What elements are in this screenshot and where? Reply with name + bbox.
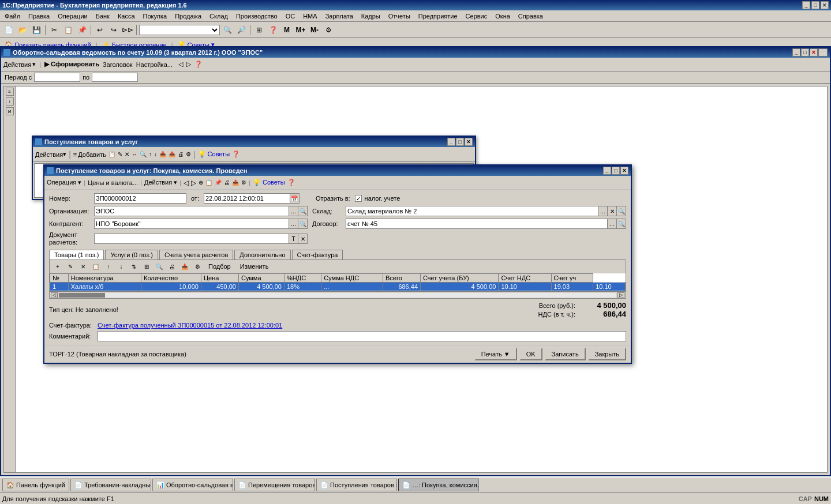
menu-otchety[interactable]: Отчеты [386,12,413,20]
toolbar-grid[interactable]: ⊞ [253,24,265,36]
toolbar-search1[interactable]: 🔍 [221,24,234,36]
zakryt-btn[interactable]: Закрыть [588,348,626,360]
pt-tb-icon3[interactable]: ✕ [125,151,129,157]
toolbar-arrow[interactable]: ⊳⊳ [121,24,134,36]
pt-советы-btn[interactable]: 💡 Советы [198,151,230,158]
toolbar-paste[interactable]: 📌 [76,24,88,36]
comment-input[interactable] [98,331,626,341]
toolbar-save[interactable]: 💾 [30,24,43,36]
osv-nav-icon2[interactable]: ▷ [186,61,191,68]
pt-tb-icon8[interactable]: 📥 [159,151,166,157]
taskbar-peremescheniya-btn[interactable]: 📄 Перемещения товаров [234,479,315,491]
doc-operation-btn[interactable]: Операция ▾ [47,179,81,186]
dogovor-search-btn[interactable]: 🔍 [617,219,626,229]
pt-tb-icon9[interactable]: 📤 [169,151,175,157]
doc-tb-icon3[interactable]: 📌 [215,179,222,186]
pt-tb-icon1[interactable]: 📋 [108,151,115,157]
menu-help[interactable]: Справка [516,12,545,20]
menu-edit[interactable]: Правка [26,12,52,20]
toolbar-combo[interactable] [139,25,220,35]
doc-next-btn[interactable]: ▷ [191,179,196,187]
osv-help-icon[interactable]: ❓ [194,61,203,68]
tab-uslugi[interactable]: Услуги (0 поз.) [105,250,158,259]
pt-list-close[interactable]: ✕ [465,138,473,146]
doc-tb-icon5[interactable]: 📤 [232,179,239,186]
osv-header-btn[interactable]: Заголовок [103,61,133,68]
taskbar-doc-btn[interactable]: 📄 …: Покупка, комиссия. Про... [398,479,479,491]
minimize-button[interactable]: _ [802,1,810,9]
pt-tb-icon11[interactable]: ⚙ [186,151,191,157]
pt-tb-icon2[interactable]: ✎ [118,151,122,157]
osv-form-btn[interactable]: ▶ Сформировать [44,61,99,68]
tbl-sort-btn[interactable]: ⇅ [128,261,140,272]
sfactura-link[interactable]: Счет-фактура полученный ЗП00000015 от 22… [98,322,282,329]
menu-operations[interactable]: Операции [55,12,89,20]
osv-side-btn3[interactable]: И [6,107,14,115]
tbl-edit-btn[interactable]: ✎ [65,261,76,272]
menu-sale[interactable]: Продажа [173,12,204,20]
tbl-delete-btn[interactable]: ✕ [77,261,89,272]
doc-raschetov-clear-btn[interactable]: ✕ [298,234,308,244]
tbl-up-btn[interactable]: ↑ [103,261,114,272]
toolbar-copy[interactable]: 📋 [62,24,74,36]
osv-extra-btn[interactable]: … [818,48,828,57]
scroll-left-btn[interactable]: ◁ [51,292,58,298]
scroll-right-btn[interactable]: ▷ [617,292,624,298]
print-btn[interactable]: Печать ▼ [474,348,517,360]
doc-советы-btn[interactable]: 💡 Советы [253,179,285,186]
doc-price-btn[interactable]: Цены и валюта... [88,179,138,186]
toolbar-redo[interactable]: ↪ [107,24,120,36]
doc-tb-icon1[interactable]: ⊕ [199,179,203,186]
menu-os[interactable]: ОС [283,12,298,20]
toolbar-new[interactable]: 📄 [2,24,15,36]
pt-list-maximize[interactable]: □ [456,138,464,146]
pt-actions-btn[interactable]: Действия ▾ [35,151,66,158]
doc-tb-icon6[interactable]: ⚙ [241,179,246,186]
tab-scheta[interactable]: Счета учета расчетов [159,250,233,259]
doc-tb-icon4[interactable]: 🖨 [224,179,230,186]
sklad-clear-btn[interactable]: ✕ [608,206,617,216]
tbl-change-btn[interactable]: Изменить [236,262,273,271]
pt-tb-icon6[interactable]: ↑ [149,151,152,157]
date-picker-btn[interactable]: 📅 [290,193,300,204]
menu-sklad[interactable]: Склад [207,12,230,20]
tbl-add-btn[interactable]: + [52,261,63,272]
taskbar-postupleniya-btn[interactable]: 📄 Поступления товаров и услуг [316,479,397,491]
doc-raschetov-input[interactable] [94,234,289,244]
toolbar-cut[interactable]: ✂ [48,24,61,36]
osv-minimize[interactable]: _ [792,48,800,57]
doc-maximize[interactable]: □ [612,167,620,175]
tbl-selection-btn[interactable]: Подбор [204,262,235,271]
doc-minimize[interactable]: _ [603,167,611,175]
tbl-group-btn[interactable]: ⊞ [141,261,152,272]
doc-close[interactable]: ✕ [620,167,628,175]
tbl-down-btn[interactable]: ↓ [115,261,127,272]
toolbar-search2[interactable]: 🔎 [235,24,248,36]
toolbar-help[interactable]: ❓ [267,24,279,36]
menu-kassa[interactable]: Касса [115,12,137,20]
table-scroll-area[interactable]: № Номенклатура Количество Цена Сумма %НД… [50,273,626,291]
osv-maximize[interactable]: □ [801,48,809,57]
osv-nav-icon1[interactable]: ◁ [178,61,183,68]
nalog-checkbox[interactable]: ✓ [355,195,362,202]
maximize-button[interactable]: □ [811,1,819,9]
pt-list-minimize[interactable]: _ [447,138,455,146]
menu-kadry[interactable]: Кадры [359,12,383,20]
pt-tb-icon5[interactable]: 🔍 [140,151,147,157]
toolbar-settings[interactable]: ⚙ [322,24,335,36]
table-row[interactable]: 1 Халаты х/б 10,000 450,00 4 500,00 18% … [50,283,626,291]
toolbar-Mplus[interactable]: M+ [294,24,307,36]
sklad-search-btn[interactable]: 🔍 [617,206,626,216]
doc-help-btn[interactable]: ❓ [287,179,295,186]
zapisat-btn[interactable]: Записать [545,348,586,360]
tbl-copy-btn[interactable]: 📋 [90,261,102,272]
contragent-search-btn[interactable]: 🔍 [298,219,308,229]
org-search-btn[interactable]: 🔍 [298,206,308,216]
tbl-settings2-btn[interactable]: ⚙ [192,261,203,272]
menu-purchase[interactable]: Покупка [141,12,170,20]
osv-side-btn1[interactable]: ≡ [6,88,14,96]
pt-tb-icon7[interactable]: ↓ [154,151,157,157]
toolbar-undo[interactable]: ↩ [93,24,106,36]
doc-raschetov-T-btn[interactable]: T [289,234,298,244]
tbl-import-btn[interactable]: 📥 [179,261,190,272]
